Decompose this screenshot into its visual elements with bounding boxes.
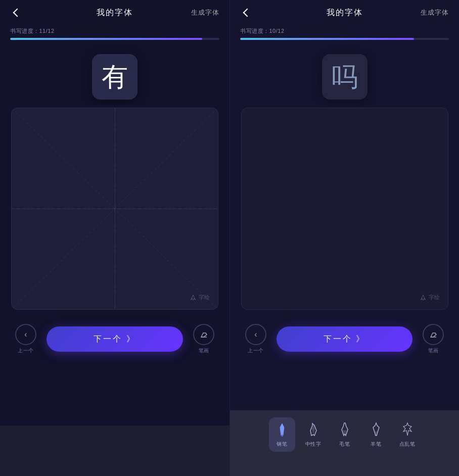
right-erase-label: 笔画 (428, 347, 439, 354)
right-char-card: 吗 (322, 54, 368, 100)
left-bottom-controls: ‹ 上一个 下一个 》 笔画 (0, 316, 230, 362)
yangbi-icon (368, 421, 384, 438)
svg-point-6 (281, 435, 283, 437)
right-prev-button[interactable]: ‹ 上一个 (245, 324, 266, 354)
right-prev-icon-circle: ‹ (245, 324, 266, 345)
left-next-label: 下一个 》 (94, 334, 135, 345)
right-header: 我的字体 生成字体 (230, 0, 459, 25)
left-grid-svg (12, 108, 218, 309)
left-drawing-canvas[interactable]: 字绘 (11, 108, 218, 310)
right-progress-section: 书写进度：10/12 (230, 25, 459, 44)
left-watermark-text: 字绘 (199, 294, 210, 301)
left-watermark: 字绘 (190, 294, 210, 301)
left-next-button[interactable]: 下一个 》 (47, 326, 183, 352)
left-prev-label: 上一个 (18, 347, 34, 354)
maobi-svg (337, 421, 353, 438)
right-erase-button[interactable]: 笔画 (423, 324, 444, 354)
ganbi-label: 钢笔 (277, 441, 287, 448)
left-progress-fill (10, 38, 202, 40)
right-progress-bar (240, 38, 449, 40)
right-bottom-controls: ‹ 上一个 下一个 》 笔画 (230, 316, 459, 362)
tool-yangbi[interactable]: 羊笔 (363, 417, 389, 452)
right-next-button[interactable]: 下一个 》 (277, 326, 412, 352)
left-progress-section: 书写进度：11/12 (0, 25, 230, 44)
right-back-arrow-icon (243, 9, 252, 17)
right-prev-arrow-icon: ‹ (254, 330, 257, 339)
right-progress-fill (240, 38, 414, 40)
left-char-card: 有 (92, 54, 137, 100)
right-back-button[interactable] (240, 6, 254, 20)
tool-maobi[interactable]: 毛笔 (332, 417, 358, 452)
dianluan-icon (399, 421, 416, 438)
left-header: 我的字体 生成字体 (0, 0, 230, 25)
zhongshuzi-label: 中性字 (305, 441, 322, 448)
left-grid (12, 108, 218, 309)
left-generate-button[interactable]: 生成字体 (191, 8, 219, 17)
right-panel: 我的字体 生成字体 书写进度：10/12 吗 字绘 ‹ 上一个 下一个 》 (230, 0, 459, 476)
tool-dianluan[interactable]: 点乱笔 (394, 417, 421, 452)
zhongshuzi-icon (305, 421, 322, 438)
left-char-display: 有 (102, 64, 128, 90)
ganbi-svg (274, 421, 290, 438)
right-erase-icon (428, 329, 438, 340)
right-generate-button[interactable]: 生成字体 (421, 8, 449, 17)
left-watermark-icon (190, 294, 197, 301)
yangbi-svg (368, 421, 384, 438)
tool-ganbi[interactable]: 钢笔 (269, 417, 295, 452)
zhongshuzi-svg (305, 421, 322, 438)
right-progress-label: 书写进度：10/12 (240, 27, 449, 35)
left-prev-arrow-icon: ‹ (24, 330, 27, 339)
dianluan-svg (399, 421, 416, 438)
right-prev-label: 上一个 (248, 347, 264, 354)
ganbi-icon (274, 421, 290, 438)
right-erase-icon-circle (423, 324, 444, 345)
right-drawing-canvas[interactable]: 字绘 (241, 108, 448, 310)
right-tool-row: 钢笔 中性字 毛 (269, 417, 421, 452)
yangbi-label: 羊笔 (371, 441, 381, 448)
right-watermark-icon (420, 294, 427, 301)
left-back-arrow-icon (13, 9, 22, 17)
maobi-icon (337, 421, 353, 438)
left-progress-label: 书写进度：11/12 (10, 27, 219, 35)
left-prev-button[interactable]: ‹ 上一个 (15, 324, 36, 354)
maobi-label: 毛笔 (339, 441, 350, 448)
left-title: 我的字体 (97, 8, 133, 18)
left-progress-bar (10, 38, 219, 40)
right-tool-panel: 钢笔 中性字 毛 (230, 410, 459, 476)
right-char-display: 吗 (332, 64, 358, 90)
left-back-button[interactable] (10, 6, 24, 20)
right-next-label: 下一个 》 (324, 334, 365, 345)
left-erase-icon-circle (193, 324, 214, 345)
left-erase-icon (199, 329, 209, 340)
right-watermark-text: 字绘 (429, 294, 440, 301)
left-panel: 我的字体 生成字体 书写进度：11/12 有 (0, 0, 230, 476)
tool-zhongshuzi[interactable]: 中性字 (300, 417, 327, 452)
right-title: 我的字体 (327, 8, 363, 18)
right-watermark: 字绘 (420, 294, 440, 301)
left-prev-icon-circle: ‹ (15, 324, 36, 345)
left-bottom-bg (0, 425, 230, 476)
dianluan-label: 点乱笔 (399, 441, 416, 448)
left-erase-button[interactable]: 笔画 (193, 324, 214, 354)
left-erase-label: 笔画 (199, 347, 209, 354)
